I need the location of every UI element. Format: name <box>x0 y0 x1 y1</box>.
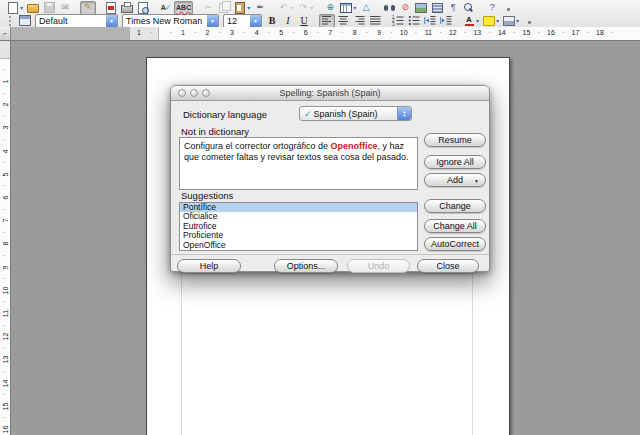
formatting-marks-button[interactable]: ¶ <box>445 1 461 15</box>
highlighting-button[interactable]: ▾ <box>481 14 501 28</box>
document-as-email-button[interactable]: ✉ <box>57 1 73 15</box>
add-dropdown-arrow[interactable]: ▼ <box>474 178 479 184</box>
close-window-button[interactable] <box>178 89 186 97</box>
underline-button[interactable]: U <box>296 14 312 28</box>
draw-functions-button[interactable]: △ <box>358 1 374 15</box>
ruler-tick: · <box>415 29 417 36</box>
vertical-ruler[interactable]: 1·2·3·4·5·6·7·8·9·10·11·12·13·14·15·16· <box>0 41 11 435</box>
select-stepper-icon[interactable]: ▲▼ <box>397 107 411 120</box>
change-all-button[interactable]: Change All <box>424 219 486 233</box>
gallery-button[interactable] <box>413 1 429 15</box>
not-in-dictionary-label: Not in dictionary <box>181 126 249 137</box>
align-right-button[interactable] <box>351 14 367 28</box>
paragraph-style-combo[interactable]: Default ▼ <box>35 14 118 28</box>
decrease-indent-icon <box>424 15 436 26</box>
font-size-combo[interactable]: 12 ▼ <box>223 14 262 28</box>
spellcheck-button[interactable]: A✓ <box>158 1 174 15</box>
ruler-number: 16 <box>2 425 9 435</box>
open-button[interactable] <box>25 1 41 15</box>
insert-table-dropdown-arrow[interactable]: ▾ <box>353 4 356 11</box>
formatting-toolbar: Default ▼ Times New Roman ▼ 12 ▼ BIU123A… <box>0 14 640 27</box>
paste-button[interactable]: ▾ <box>232 1 252 15</box>
hyperlink-button[interactable]: ⊕ <box>322 1 338 15</box>
numbering-button[interactable]: 123 <box>390 14 406 28</box>
dialog-titlebar[interactable]: Spelling: Spanish (Spain) <box>171 86 489 101</box>
chevron-down-icon[interactable]: ▼ <box>207 15 218 27</box>
navigator-button[interactable]: ⊘ <box>397 1 413 15</box>
minimize-window-button[interactable] <box>190 89 198 97</box>
save-button[interactable] <box>41 1 57 15</box>
ruler-number: 1 <box>2 77 9 87</box>
not-in-dictionary-textbox[interactable]: Configura el corrector ortográfico de Op… <box>179 137 418 190</box>
undo-button[interactable]: ↶▾ <box>275 1 295 15</box>
export-pdf-button[interactable] <box>103 1 119 15</box>
change-button[interactable]: Change <box>424 199 486 213</box>
font-name-combo[interactable]: Times New Roman ▼ <box>122 14 219 28</box>
align-center-button[interactable] <box>335 14 351 28</box>
redo-button[interactable]: ↷▾ <box>295 1 315 15</box>
suggestion-item[interactable]: OpenOffice <box>180 241 417 250</box>
toolbar-separator <box>151 7 158 8</box>
toolbar-drag-handle[interactable] <box>5 15 17 26</box>
data-sources-button[interactable] <box>429 1 445 15</box>
page-preview-button[interactable] <box>135 1 151 15</box>
ignore-all-button[interactable]: Ignore All <box>424 155 486 169</box>
background-color-dropdown-arrow[interactable]: ▾ <box>516 17 519 24</box>
options-button[interactable]: Options... <box>274 259 338 273</box>
copy-button[interactable] <box>216 1 232 15</box>
ruler-tick: · <box>611 29 613 36</box>
background-color-icon <box>503 15 515 26</box>
bold-button[interactable]: B <box>264 14 280 28</box>
help-button[interactable]: Help <box>177 259 241 273</box>
clone-formatting-button[interactable]: ✒ <box>252 1 268 15</box>
highlighting-icon <box>483 15 495 26</box>
ruler-tick: · <box>150 29 152 36</box>
insert-table-button[interactable]: ▾ <box>338 1 358 15</box>
page-preview-icon <box>137 2 149 13</box>
chevron-down-icon[interactable]: ▼ <box>106 15 117 27</box>
underline-icon: U <box>298 15 310 26</box>
undo-button[interactable]: Undo <box>347 259 410 273</box>
cut-button[interactable]: ✂ <box>200 1 216 15</box>
dictionary-language-select[interactable]: ✓ Spanish (Spain) ▲▼ <box>299 106 412 121</box>
redo-icon: ↷ <box>297 2 309 13</box>
justified-button[interactable] <box>367 14 383 28</box>
new-document-button[interactable]: ▾ <box>5 1 25 15</box>
undo-dropdown-arrow[interactable]: ▾ <box>290 4 293 11</box>
highlighting-dropdown-arrow[interactable]: ▾ <box>496 17 499 24</box>
zoom-button[interactable] <box>461 1 477 15</box>
hyperlink-icon: ⊕ <box>324 2 336 13</box>
decrease-indent-button[interactable] <box>422 14 438 28</box>
ruler-tick: · <box>317 29 319 36</box>
resume-button[interactable]: Resume <box>424 133 486 147</box>
help-button[interactable]: ? <box>484 1 500 15</box>
tab-stop-selector[interactable]: ⌐ <box>0 27 11 41</box>
horizontal-ruler[interactable]: 1··1·2·3·4·5·6·7·8·9·10·11·12·13·14·15·1… <box>130 27 640 41</box>
spelling-dialog: Spelling: Spanish (Spain) Dictionary lan… <box>170 85 490 272</box>
autocorrect-button[interactable]: AutoCorrect <box>424 237 486 251</box>
bullets-button[interactable] <box>406 14 422 28</box>
align-left-button[interactable] <box>319 14 335 28</box>
align-left-icon <box>321 15 333 26</box>
paste-dropdown-arrow[interactable]: ▾ <box>247 4 250 11</box>
zoom-window-button[interactable] <box>202 89 210 97</box>
background-color-button[interactable]: ▾ <box>501 14 521 28</box>
toolbar-more-button[interactable] <box>500 1 516 15</box>
add-button[interactable]: Add▼ <box>424 173 486 187</box>
clone-formatting-icon: ✒ <box>254 2 266 13</box>
italic-button[interactable]: I <box>280 14 296 28</box>
print-button[interactable] <box>119 1 135 15</box>
styles-button[interactable] <box>17 14 33 28</box>
font-color-dropdown-arrow[interactable]: ▾ <box>476 17 479 24</box>
autospellcheck-button[interactable]: ABC <box>174 1 193 15</box>
chevron-down-icon[interactable]: ▼ <box>250 15 261 27</box>
font-color-button[interactable]: A▾ <box>461 14 481 28</box>
close-button[interactable]: Close <box>417 259 479 273</box>
new-document-dropdown-arrow[interactable]: ▾ <box>20 4 23 11</box>
increase-indent-button[interactable] <box>438 14 454 28</box>
edit-file-button[interactable]: ✎ <box>80 1 96 15</box>
suggestions-list[interactable]: PontíficeOficialiceEutroficeProficienteO… <box>179 202 418 251</box>
redo-dropdown-arrow[interactable]: ▾ <box>310 4 313 11</box>
find-replace-button[interactable] <box>381 1 397 15</box>
toolbar-more-button[interactable] <box>521 14 537 28</box>
